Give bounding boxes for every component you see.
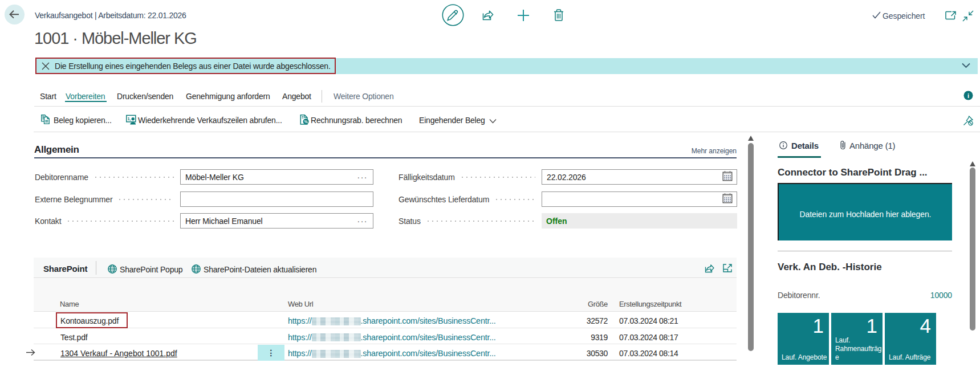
svg-text:%: % — [304, 120, 308, 124]
svg-text:i: i — [967, 92, 969, 99]
svg-text:1,: 1, — [127, 116, 131, 121]
